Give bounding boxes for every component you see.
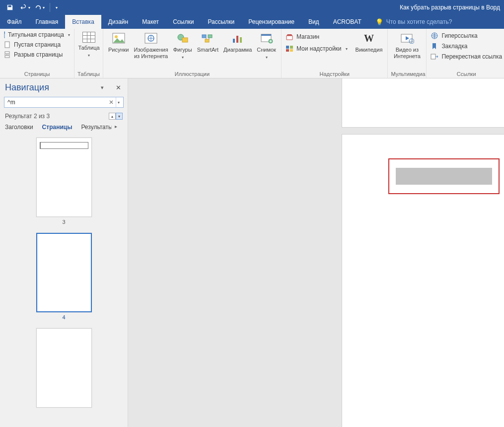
smartart-icon xyxy=(201,32,215,45)
smartart-label: SmartArt xyxy=(197,47,218,53)
tab-mailings[interactable]: Рассылки xyxy=(201,15,241,29)
save-icon xyxy=(6,4,13,11)
cover-page-button[interactable]: Титульная страница ▾ xyxy=(3,31,71,39)
thumb-label: 4 xyxy=(62,314,65,320)
store-button[interactable]: Магазин xyxy=(285,33,349,41)
svg-rect-1 xyxy=(4,32,5,34)
svg-rect-28 xyxy=(431,54,435,59)
ribbon-tabs: Файл Главная Вставка Дизайн Макет Ссылки… xyxy=(0,15,504,29)
screenshot-button[interactable]: Снимок ▾ xyxy=(255,31,278,61)
my-addins-label: Мои надстройки xyxy=(296,45,342,52)
hyperlink-icon xyxy=(431,32,438,39)
nav-close-button[interactable]: ✕ xyxy=(114,83,123,92)
group-media: Видео из Интернета Мультимедиа xyxy=(388,29,427,78)
tab-review[interactable]: Рецензирование xyxy=(241,15,301,29)
nav-tab-headings[interactable]: Заголовки xyxy=(5,124,33,131)
online-pictures-button[interactable]: Изображения из Интернета xyxy=(132,31,170,60)
blank-page-button[interactable]: Пустая страница xyxy=(3,41,71,49)
chart-label: Диаграмма xyxy=(223,47,252,53)
page-break-button[interactable]: Разрыв страницы xyxy=(3,51,71,59)
nav-prev-result[interactable]: ▴ xyxy=(109,113,116,120)
shapes-label: Фигуры xyxy=(173,47,192,53)
my-addins-button[interactable]: Мои надстройки ▾ xyxy=(285,45,349,53)
qat-customize[interactable]: ▾ xyxy=(53,1,60,13)
video-icon xyxy=(400,32,414,45)
store-label: Магазин xyxy=(296,33,319,40)
nav-thumbnails: 3 4 xyxy=(0,134,128,423)
page-break-label: Разрыв страницы xyxy=(14,51,63,58)
smartart-button[interactable]: SmartArt xyxy=(195,31,220,54)
dropdown-icon: ▾ xyxy=(43,5,45,10)
crossref-label: Перекрестная ссылка xyxy=(441,53,502,60)
thumb-page-3[interactable]: 3 xyxy=(0,138,128,225)
tab-home[interactable]: Главная xyxy=(29,15,66,29)
thumb-page-4[interactable]: 4 xyxy=(0,233,128,320)
wikipedia-button[interactable]: W Википедия xyxy=(354,31,385,54)
tab-design[interactable]: Дизайн xyxy=(101,15,135,29)
hyperlink-button[interactable]: Гиперссылка xyxy=(430,32,503,40)
undo-button[interactable]: ▾ xyxy=(18,1,32,13)
titlebar: ▾ ▾ ▾ Как убрать разрыв страницы в Ворд xyxy=(0,0,504,15)
dropdown-icon: ▾ xyxy=(28,5,30,10)
svg-rect-24 xyxy=(290,49,293,52)
document-area[interactable] xyxy=(128,78,504,427)
svg-rect-17 xyxy=(240,37,242,43)
dropdown-icon: ▾ xyxy=(56,5,58,10)
group-links: Гиперссылка Закладка Перекрестная ссылка… xyxy=(427,29,504,78)
redo-button[interactable]: ▾ xyxy=(33,1,47,13)
thumb-page-5[interactable] xyxy=(0,328,128,410)
svg-rect-14 xyxy=(205,39,209,42)
tell-me-input[interactable] xyxy=(386,18,476,25)
save-button[interactable] xyxy=(3,1,17,13)
nav-menu-button[interactable]: ▾ xyxy=(98,83,107,92)
table-button[interactable]: Таблица ▾ xyxy=(77,31,100,59)
crossref-button[interactable]: Перекрестная ссылка xyxy=(430,53,503,61)
tab-insert[interactable]: Вставка xyxy=(65,15,101,29)
bookmark-button[interactable]: Закладка xyxy=(430,42,503,50)
bookmark-icon xyxy=(431,43,438,50)
svg-rect-15 xyxy=(233,39,235,43)
tab-layout[interactable]: Макет xyxy=(135,15,166,29)
group-illustrations-label: Иллюстрации xyxy=(106,70,278,77)
cover-page-icon xyxy=(4,31,5,38)
nav-search-clear[interactable]: ✕ xyxy=(107,99,116,106)
screenshot-icon xyxy=(260,32,274,45)
dropdown-icon: ▾ xyxy=(182,55,184,60)
hyperlink-label: Гиперссылка xyxy=(441,32,477,39)
tab-view[interactable]: Вид xyxy=(301,15,326,29)
svg-rect-3 xyxy=(5,52,9,54)
shapes-button[interactable]: Фигуры ▾ xyxy=(171,31,194,61)
dropdown-icon: ▾ xyxy=(346,47,348,51)
page-previous[interactable] xyxy=(342,78,504,128)
svg-rect-23 xyxy=(286,49,289,52)
svg-rect-12 xyxy=(202,35,206,38)
tell-me-search[interactable]: 💡 xyxy=(370,15,481,29)
tab-references[interactable]: Ссылки xyxy=(166,15,201,29)
chart-button[interactable]: Диаграмма xyxy=(221,31,254,54)
nav-next-result[interactable]: ▾ xyxy=(116,113,123,120)
pictures-button[interactable]: Рисунки xyxy=(106,31,131,54)
online-pictures-label: Изображения из Интернета xyxy=(134,47,168,59)
svg-point-7 xyxy=(115,35,118,38)
nav-tab-results[interactable]: Результаты xyxy=(81,124,112,131)
video-label: Видео из Интернета xyxy=(394,47,421,59)
nav-tab-pages[interactable]: Страницы xyxy=(42,124,72,131)
nav-tab-scroll[interactable]: ▸ xyxy=(115,124,120,131)
nav-search[interactable]: ✕ ▾ xyxy=(4,97,124,108)
nav-result-text: Результат 2 из 3 xyxy=(5,113,50,120)
quick-access-toolbar: ▾ ▾ ▾ xyxy=(3,1,60,13)
nav-title: Навигация xyxy=(5,82,49,93)
blank-page-icon xyxy=(4,41,11,48)
separator xyxy=(50,3,50,12)
tab-acrobat[interactable]: ACROBAT xyxy=(326,15,368,29)
cover-page-label: Титульная страница xyxy=(8,31,64,38)
wikipedia-label: Википедия xyxy=(356,47,383,53)
group-addins-label: Надстройки xyxy=(285,70,384,77)
online-video-button[interactable]: Видео из Интернета xyxy=(391,31,423,60)
nav-search-dropdown[interactable]: ▾ xyxy=(116,97,121,107)
tab-file[interactable]: Файл xyxy=(0,15,29,29)
nav-search-input[interactable] xyxy=(7,99,107,106)
group-illustrations: Рисунки Изображения из Интернета Фигуры … xyxy=(103,29,282,78)
navigation-pane: Навигация ▾ ✕ ✕ ▾ Результат 2 из 3 ▴ ▾ З… xyxy=(0,78,128,427)
dropdown-icon: ▾ xyxy=(68,33,70,37)
